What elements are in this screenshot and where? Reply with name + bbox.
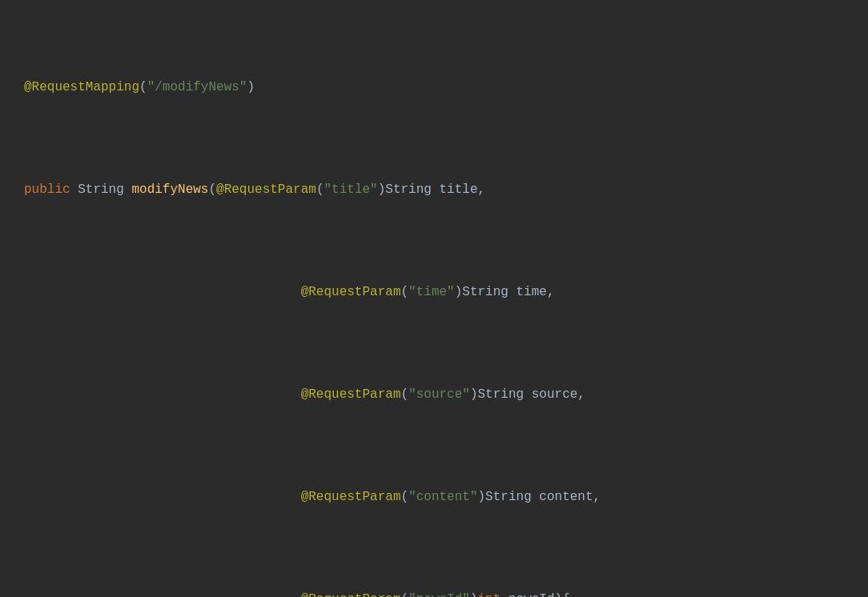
code-line-3: @RequestParam("time")String time, — [24, 282, 844, 303]
code-line-2: public String modifyNews(@RequestParam("… — [24, 180, 844, 201]
annotation-requestmapping: @RequestMapping — [24, 80, 139, 94]
code-line-6: @RequestParam("newsId")int newsId){ — [24, 590, 844, 597]
code-line-5: @RequestParam("content")String content, — [24, 487, 844, 508]
code-line-4: @RequestParam("source")String source, — [24, 385, 844, 406]
code-line-1: @RequestMapping("/modifyNews") — [24, 78, 844, 98]
code-editor: @RequestMapping("/modifyNews") public St… — [24, 16, 844, 597]
